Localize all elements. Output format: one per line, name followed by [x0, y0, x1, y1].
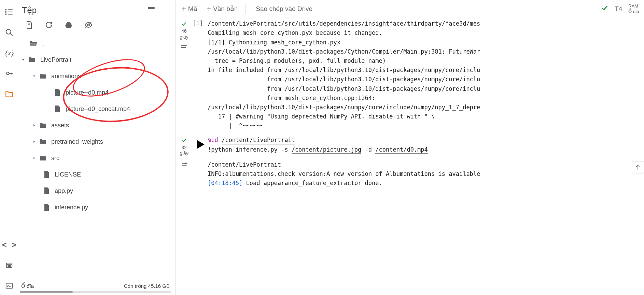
resource-indicator[interactable]: RAMỔ đĩa — [628, 3, 639, 14]
cell-time: 46 — [176, 28, 193, 34]
file-icon — [42, 170, 51, 179]
svg-marker-22 — [65, 22, 72, 28]
folder-icon — [38, 121, 48, 130]
files-title: Tệp — [22, 5, 143, 15]
tree-folder-src[interactable]: src — [18, 150, 175, 166]
cell-time-unit: giây — [176, 34, 193, 40]
svg-point-2 — [5, 11, 6, 13]
cell-gutter[interactable]: 46 giây — [176, 19, 193, 130]
tree-file[interactable]: picture--d0.mp4 — [18, 84, 175, 101]
tree-label: picture--d0.mp4 — [66, 89, 109, 96]
output-text[interactable]: /content/LivePortrait INFO:albumentation… — [208, 160, 644, 188]
upload-icon[interactable] — [25, 20, 33, 29]
folder-icon — [27, 55, 37, 65]
chevron-down-icon[interactable] — [19, 57, 27, 62]
separator — [245, 4, 246, 14]
code-snippets-icon[interactable]: < > — [5, 240, 14, 249]
tree-folder-pretrained[interactable]: pretrained_weights — [18, 134, 175, 150]
folder-icon — [38, 153, 48, 163]
output-toggle-icon[interactable] — [176, 44, 193, 53]
output-toggle-icon[interactable] — [176, 160, 193, 188]
svg-point-8 — [6, 72, 9, 74]
files-icon[interactable] — [5, 89, 14, 98]
cell-2-output: /content/LivePortrait INFO:albumentation… — [176, 158, 644, 188]
variables-icon[interactable]: {x} — [5, 48, 14, 57]
search-icon[interactable] — [5, 28, 14, 37]
tree-label: pretrained_weights — [51, 138, 103, 145]
folder-open-icon — [29, 39, 38, 48]
svg-marker-28 — [33, 141, 35, 143]
file-icon — [53, 88, 62, 97]
chevron-right-icon[interactable] — [30, 139, 38, 144]
tree-file[interactable]: picture--d0_concat.mp4 — [18, 101, 175, 117]
tree-label: inference.py — [55, 204, 88, 211]
svg-rect-5 — [8, 14, 13, 14]
tree-label: assets — [51, 122, 69, 129]
svg-marker-29 — [33, 157, 35, 159]
scroll-up-button[interactable] — [632, 161, 644, 173]
svg-point-6 — [6, 29, 11, 34]
tree-label: picture--d0_concat.mp4 — [66, 106, 130, 113]
svg-line-21 — [162, 8, 167, 13]
notebook-main: +Mã +Văn bản Sao chép vào Drive T4 RAMỔ … — [176, 0, 644, 295]
add-code-button[interactable]: +Mã — [182, 5, 197, 13]
cell-code[interactable]: %cd /content/LivePortrait !python infere… — [208, 136, 644, 157]
svg-line-20 — [162, 8, 167, 13]
files-panel: Tệp .. — [18, 0, 176, 295]
left-rail: {x} < > — [0, 0, 18, 295]
chevron-down-icon[interactable] — [30, 74, 38, 79]
file-tree[interactable]: .. LivePortrait animations picture--d0.m… — [18, 33, 175, 280]
mount-drive-icon[interactable] — [64, 20, 73, 29]
cell-gutter[interactable]: 32 giây — [176, 136, 193, 157]
chevron-right-icon[interactable] — [30, 123, 38, 128]
tree-label: animations — [51, 73, 81, 80]
scratchpad-icon[interactable] — [5, 261, 14, 270]
new-window-icon[interactable] — [146, 5, 156, 15]
tree-parent-dir[interactable]: .. — [18, 35, 175, 52]
file-icon — [53, 104, 62, 114]
check-icon — [176, 138, 193, 145]
tree-folder-animations[interactable]: animations — [18, 68, 175, 84]
tree-file[interactable]: app.py — [18, 183, 175, 199]
disk-free: Còn trống 45.16 GB — [124, 283, 170, 289]
close-icon[interactable] — [159, 5, 169, 15]
file-icon — [42, 202, 51, 212]
svg-marker-26 — [33, 75, 36, 77]
notebook-toolbar: +Mã +Văn bản Sao chép vào Drive T4 RAMỔ … — [176, 0, 644, 18]
folder-icon — [38, 71, 48, 81]
copy-to-drive-button[interactable]: Sao chép vào Drive — [256, 5, 312, 13]
tree-folder-root[interactable]: LivePortrait — [18, 52, 175, 68]
files-header: Tệp — [18, 0, 175, 18]
svg-marker-27 — [33, 124, 35, 127]
tree-file[interactable]: inference.py — [18, 199, 175, 215]
cell-2: 32 giây %cd /content/LivePortrait !pytho… — [176, 134, 644, 158]
terminal-icon[interactable] — [5, 281, 14, 290]
cell-prompt: [1] — [193, 19, 208, 130]
svg-rect-1 — [8, 9, 13, 10]
svg-marker-32 — [197, 140, 205, 149]
runtime-label[interactable]: T4 — [615, 5, 622, 13]
svg-rect-16 — [6, 283, 12, 289]
files-toolbar — [20, 18, 165, 33]
svg-marker-25 — [22, 59, 25, 60]
cells-container[interactable]: 46 giây [1] /content/LivePortrait/src/ut… — [176, 18, 644, 295]
refresh-icon[interactable] — [44, 20, 53, 29]
secrets-icon[interactable] — [5, 69, 14, 78]
toc-icon[interactable] — [5, 8, 14, 16]
svg-rect-3 — [8, 12, 13, 12]
tree-file[interactable]: LICENSE — [18, 166, 175, 183]
run-button[interactable] — [193, 137, 208, 153]
cell-time: 32 — [176, 145, 193, 151]
cell-output[interactable]: /content/LivePortrait/src/utils/dependen… — [208, 19, 644, 130]
hidden-files-icon[interactable] — [84, 20, 93, 29]
svg-point-0 — [5, 9, 6, 10]
tree-folder-assets[interactable]: assets — [18, 117, 175, 134]
cell-1: 46 giây [1] /content/LivePortrait/src/ut… — [176, 18, 644, 132]
tree-label: LivePortrait — [40, 56, 71, 64]
cell-time-unit: giây — [176, 151, 193, 157]
tree-label: src — [51, 155, 59, 162]
folder-icon — [38, 137, 48, 146]
chevron-right-icon[interactable] — [30, 156, 38, 160]
svg-line-7 — [10, 33, 13, 36]
add-text-button[interactable]: +Văn bản — [207, 5, 238, 13]
